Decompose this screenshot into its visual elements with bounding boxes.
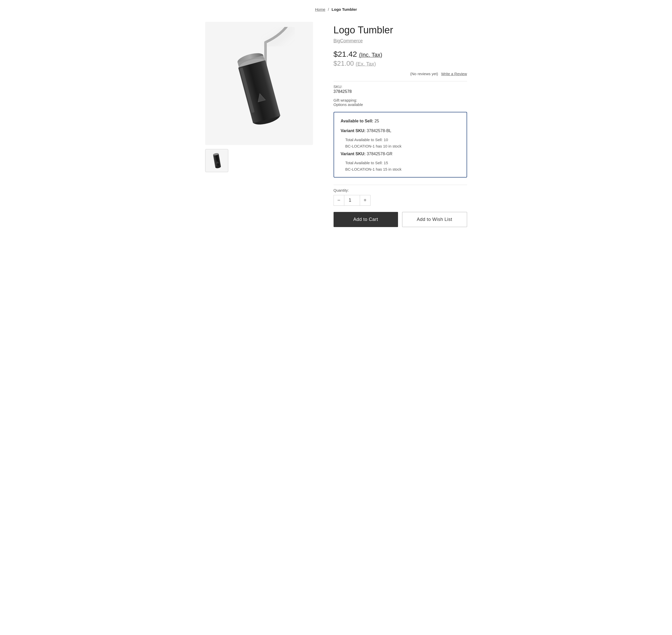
- product-info: Logo Tumbler BigCommerce $21.42 (Inc. Ta…: [334, 22, 467, 227]
- variant-2-sku-row: Variant SKU: 37842578-GR: [341, 151, 460, 157]
- product-layout: Logo Tumbler BigCommerce $21.42 (Inc. Ta…: [195, 22, 477, 247]
- price-exc-value: $21.00: [334, 60, 354, 67]
- inventory-box: Available to Sell: 25 Variant SKU: 37842…: [334, 112, 467, 178]
- price-inc-tax: $21.42 (Inc. Tax): [334, 50, 467, 59]
- available-to-sell-label: Available to Sell:: [341, 119, 373, 123]
- thumbnail-1[interactable]: [205, 149, 228, 172]
- breadcrumb: Home / Logo Tumbler: [0, 0, 672, 22]
- gift-value: Options available: [334, 102, 467, 107]
- breadcrumb-separator: /: [328, 7, 329, 12]
- quantity-decrease-button[interactable]: −: [334, 195, 344, 206]
- action-buttons: Add to Cart Add to Wish List: [334, 212, 467, 227]
- quantity-section: Quantity: − +: [334, 185, 467, 206]
- quantity-input[interactable]: [344, 195, 360, 206]
- add-to-wish-list-button[interactable]: Add to Wish List: [402, 212, 467, 227]
- breadcrumb-home-link[interactable]: Home: [315, 7, 326, 12]
- variant-2-total-value: 15: [384, 160, 388, 165]
- product-title: Logo Tumbler: [334, 24, 467, 36]
- variant-2-location-text: BC-LOCATION-1 has 15 in stock: [345, 167, 402, 171]
- available-to-sell-number: 25: [374, 119, 379, 123]
- variant-2-total-label: Total Available to Sell:: [345, 160, 383, 165]
- no-reviews-text: (No reviews yet): [410, 71, 438, 76]
- write-review-link[interactable]: Write a Review: [441, 71, 467, 76]
- variant-2-total-row: Total Available to Sell: 15: [341, 160, 460, 165]
- variant-1-sku-row: Variant SKU: 37842578-BL: [341, 128, 460, 134]
- quantity-controls: − +: [334, 195, 467, 206]
- exc-tax-label: (Ex. Tax): [356, 61, 376, 67]
- variant-2-sku-label: Variant SKU:: [341, 152, 366, 156]
- variant-2-location-row: BC-LOCATION-1 has 15 in stock: [341, 167, 460, 171]
- quantity-label: Quantity:: [334, 188, 467, 192]
- variant-1-total-value: 10: [384, 137, 388, 142]
- sku-label: SKU:: [334, 84, 467, 89]
- product-brand-link[interactable]: BigCommerce: [334, 38, 363, 44]
- product-images: [205, 22, 313, 227]
- variant-2-sku-value: 37842578-GR: [367, 152, 393, 156]
- reviews-row: (No reviews yet) Write a Review: [334, 71, 467, 76]
- variant-1-location-row: BC-LOCATION-1 has 10 in stock: [341, 144, 460, 148]
- price-inc-value: $21.42: [334, 50, 357, 58]
- variant-1-sku-value: 37842578-BL: [367, 129, 391, 133]
- gift-section: Gift wrapping: Options available: [334, 98, 467, 107]
- main-product-image: [205, 22, 313, 145]
- inc-tax-label: (Inc. Tax): [359, 51, 382, 58]
- add-to-cart-button[interactable]: Add to Cart: [334, 212, 398, 227]
- sku-section: SKU: 37842578: [334, 84, 467, 94]
- variant-1-sku-label: Variant SKU:: [341, 129, 366, 133]
- quantity-increase-button[interactable]: +: [360, 195, 371, 206]
- variant-1-location-text: BC-LOCATION-1 has 10 in stock: [345, 144, 402, 148]
- thumbnail-row: [205, 149, 313, 172]
- breadcrumb-current: Logo Tumbler: [332, 7, 357, 12]
- variant-1-total-label: Total Available to Sell:: [345, 137, 383, 142]
- price-exc-tax: $21.00 (Ex. Tax): [334, 60, 467, 67]
- svg-rect-8: [213, 154, 220, 167]
- tumbler-illustration: [215, 27, 303, 140]
- gift-label: Gift wrapping:: [334, 98, 467, 102]
- available-to-sell-row: Available to Sell: 25: [341, 118, 460, 124]
- sku-value: 37842578: [334, 89, 467, 94]
- variant-1-total-row: Total Available to Sell: 10: [341, 137, 460, 142]
